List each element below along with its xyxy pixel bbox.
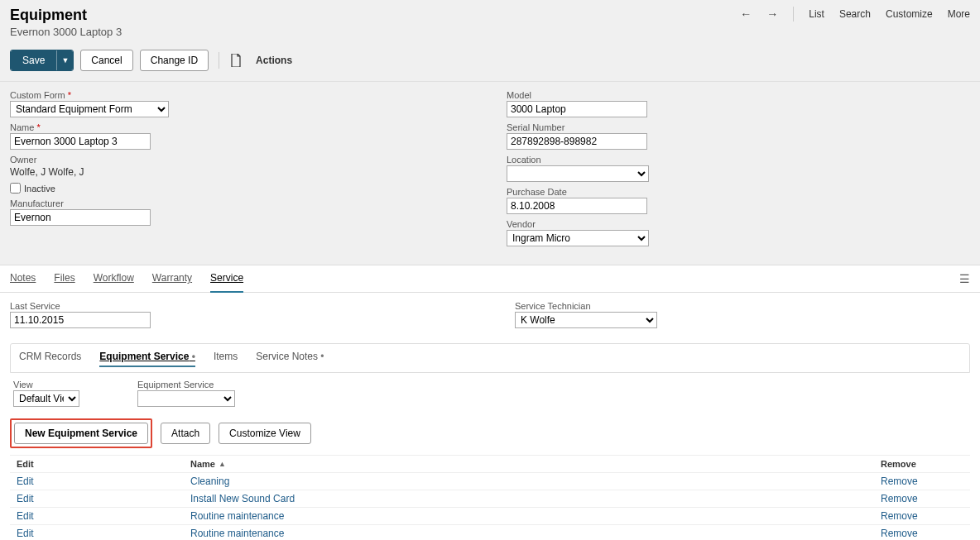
table-row: EditInstall New Sound CardRemove	[10, 490, 970, 508]
equipment-service-filter-label: Equipment Service	[137, 380, 235, 389]
name-label: Name *	[10, 122, 473, 132]
tab-service[interactable]: Service	[210, 265, 243, 293]
nav-search[interactable]: Search	[839, 8, 871, 20]
edit-link[interactable]: Edit	[17, 528, 34, 539]
remove-link[interactable]: Remove	[881, 475, 918, 487]
purchase-date-input[interactable]	[507, 198, 647, 214]
column-header-name[interactable]: Name ▲	[190, 459, 881, 469]
column-header-remove[interactable]: Remove	[881, 459, 963, 469]
nav-divider	[793, 7, 794, 22]
subtab-items[interactable]: Items	[214, 351, 238, 367]
name-input[interactable]	[10, 133, 151, 150]
page-subtitle: Evernon 3000 Laptop 3	[10, 26, 122, 38]
purchase-date-label: Purchase Date	[507, 187, 970, 197]
new-equipment-service-button[interactable]: New Equipment Service	[14, 423, 148, 444]
edit-link[interactable]: Edit	[17, 475, 34, 487]
location-label: Location	[507, 155, 970, 165]
nav-customize[interactable]: Customize	[886, 8, 933, 20]
manufacturer-input[interactable]	[10, 209, 151, 226]
view-filter-label: View	[13, 380, 79, 389]
location-select[interactable]	[507, 165, 649, 182]
actions-menu[interactable]: Actions	[256, 55, 292, 66]
vendor-select[interactable]: Ingram Micro	[507, 230, 649, 246]
serial-number-label: Serial Number	[507, 122, 970, 132]
custom-form-label: Custom Form *	[10, 90, 473, 100]
sort-asc-icon: ▲	[219, 460, 226, 468]
service-technician-label: Service Technician	[515, 301, 657, 311]
owner-label: Owner	[10, 155, 473, 165]
save-caret-icon[interactable]: ▼	[56, 50, 73, 70]
view-toggle-icon[interactable]: ☰	[959, 272, 970, 285]
attach-button[interactable]: Attach	[161, 423, 210, 444]
vendor-label: Vendor	[507, 219, 970, 229]
save-button[interactable]: Save	[11, 50, 56, 70]
table-row: EditRoutine maintenanceRemove	[10, 508, 970, 525]
tab-notes[interactable]: Notes	[10, 265, 36, 293]
cancel-button[interactable]: Cancel	[80, 50, 132, 71]
document-icon[interactable]	[229, 54, 243, 67]
service-name-link[interactable]: Routine maintenance	[190, 528, 284, 539]
inactive-checkbox[interactable]	[10, 183, 21, 194]
subtab-crm-records[interactable]: CRM Records	[19, 351, 81, 367]
view-filter-select[interactable]: Default View	[13, 390, 79, 407]
service-name-link[interactable]: Routine maintenance	[190, 510, 284, 522]
subtab-equipment-service[interactable]: Equipment Service	[99, 351, 195, 367]
remove-link[interactable]: Remove	[881, 493, 918, 504]
customize-view-button[interactable]: Customize View	[219, 423, 311, 444]
tab-workflow[interactable]: Workflow	[94, 265, 134, 293]
equipment-service-filter-select[interactable]	[137, 390, 235, 407]
last-service-input[interactable]	[10, 312, 151, 328]
subtab-service-notes[interactable]: Service Notes	[256, 351, 324, 367]
action-divider	[219, 52, 219, 69]
edit-link[interactable]: Edit	[17, 510, 34, 522]
nav-list[interactable]: List	[809, 8, 824, 20]
edit-link[interactable]: Edit	[17, 493, 34, 504]
change-id-button[interactable]: Change ID	[140, 50, 209, 71]
highlight-box: New Equipment Service	[10, 418, 152, 448]
service-technician-select[interactable]: K Wolfe	[515, 312, 657, 328]
tab-files[interactable]: Files	[54, 265, 74, 293]
remove-link[interactable]: Remove	[881, 528, 918, 539]
serial-number-input[interactable]	[507, 133, 647, 150]
tab-warranty[interactable]: Warranty	[152, 265, 192, 293]
nav-forward-icon[interactable]: →	[766, 7, 778, 21]
owner-value: Wolfe, J Wolfe, J	[10, 166, 473, 178]
save-split-button[interactable]: Save ▼	[10, 50, 74, 71]
service-name-link[interactable]: Cleaning	[190, 475, 229, 487]
nav-back-icon[interactable]: ←	[740, 7, 752, 21]
nav-more[interactable]: More	[948, 8, 970, 20]
page-title: Equipment	[10, 7, 122, 24]
manufacturer-label: Manufacturer	[10, 198, 473, 208]
service-name-link[interactable]: Install New Sound Card	[190, 493, 295, 504]
table-row: EditRoutine maintenanceRemove	[10, 525, 970, 540]
last-service-label: Last Service	[10, 301, 482, 311]
table-row: EditCleaningRemove	[10, 473, 970, 490]
column-header-edit[interactable]: Edit	[17, 459, 190, 469]
model-input[interactable]	[507, 101, 647, 117]
inactive-label: Inactive	[24, 184, 55, 194]
remove-link[interactable]: Remove	[881, 510, 918, 522]
custom-form-select[interactable]: Standard Equipment Form	[10, 101, 169, 117]
model-label: Model	[507, 90, 970, 100]
